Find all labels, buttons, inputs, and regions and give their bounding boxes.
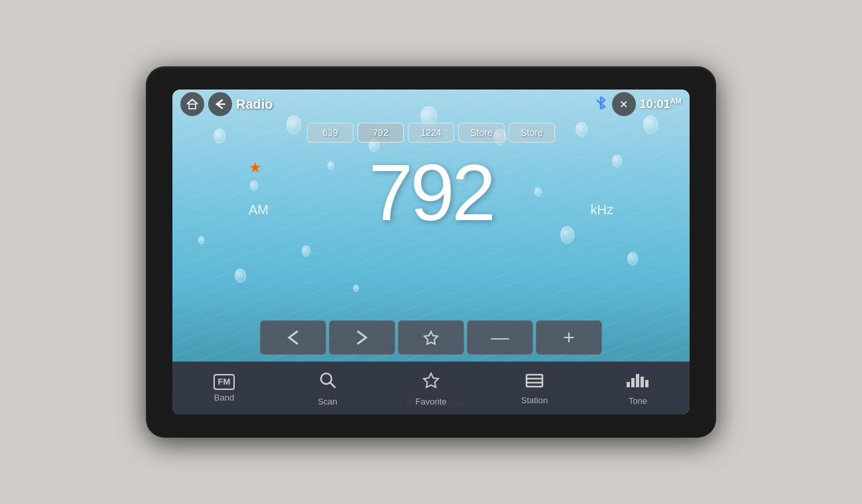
tune-up-button[interactable]: +	[536, 320, 602, 355]
bottom-tab-bar: FM Band Scan	[172, 361, 690, 414]
next-button[interactable]	[329, 320, 395, 355]
tab-scan[interactable]: Scan	[294, 371, 361, 407]
tab-station[interactable]: Station	[501, 372, 568, 405]
favorite-tab-icon	[421, 371, 441, 394]
car-bezel: Radio ✕ 10:01AM 639 792 1224 Store Store…	[146, 66, 716, 438]
favorite-button[interactable]	[398, 320, 464, 355]
top-bar: Radio ✕ 10:01AM	[172, 90, 690, 119]
svg-line-25	[330, 383, 335, 387]
svg-rect-33	[631, 378, 635, 387]
close-button[interactable]: ✕	[612, 92, 636, 116]
scan-icon	[318, 371, 337, 394]
infotainment-screen: Radio ✕ 10:01AM 639 792 1224 Store Store…	[172, 90, 690, 414]
preset-1-button[interactable]: 639	[307, 123, 353, 143]
tab-band-label: Band	[214, 393, 234, 403]
tab-scan-label: Scan	[318, 397, 338, 407]
preset-2-button[interactable]: 792	[357, 123, 404, 143]
tab-favorite[interactable]: Favorite	[398, 371, 464, 407]
preset-3-button[interactable]: 1224	[408, 123, 454, 143]
band-icon: FM	[214, 374, 235, 390]
tab-band[interactable]: FM Band	[191, 374, 257, 403]
svg-rect-35	[641, 377, 644, 387]
svg-rect-32	[627, 382, 630, 387]
tab-tone-label: Tone	[629, 396, 647, 406]
tune-down-button[interactable]: —	[467, 320, 533, 355]
screen-title: Radio	[236, 97, 595, 112]
clock-display: 10:01AM	[640, 97, 682, 111]
svg-rect-22	[189, 104, 196, 109]
control-buttons: — +	[260, 320, 602, 355]
svg-rect-34	[636, 374, 639, 387]
frequency-number: 792	[369, 153, 493, 232]
tab-tone[interactable]: Tone	[605, 371, 671, 406]
frequency-display: ★ · · · AM 792 kHz	[172, 153, 690, 232]
home-button[interactable]	[180, 92, 204, 116]
frequency-unit: kHz	[591, 202, 613, 218]
station-icon	[524, 372, 544, 393]
store-1-button[interactable]: Store	[458, 123, 505, 143]
prev-button[interactable]	[260, 320, 326, 355]
back-button[interactable]	[208, 92, 232, 116]
favorite-star-icon: ★	[249, 159, 262, 176]
freq-dots: · · ·	[267, 162, 286, 173]
svg-rect-36	[645, 380, 648, 387]
band-label: AM	[249, 202, 269, 218]
presets-row: 639 792 1224 Store Store	[307, 123, 555, 143]
tone-icon	[626, 371, 650, 393]
tab-station-label: Station	[521, 395, 548, 405]
bluetooth-icon	[595, 95, 607, 113]
store-2-button[interactable]: Store	[509, 123, 555, 143]
tab-favorite-label: Favorite	[416, 397, 447, 407]
